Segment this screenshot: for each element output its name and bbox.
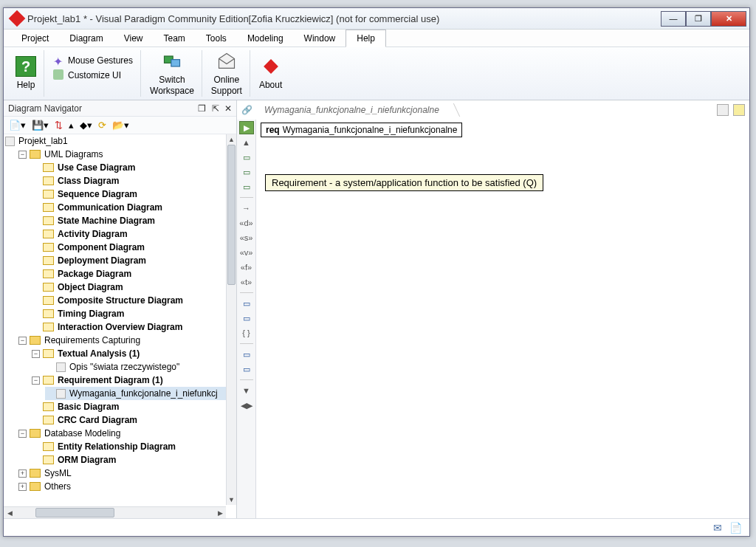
palette-f-icon[interactable]: «f»: [239, 261, 254, 274]
palette-req2-icon[interactable]: ▭: [239, 180, 254, 193]
scroll-right-icon[interactable]: ▶: [214, 507, 226, 518]
tree-item[interactable]: Object Diagram: [32, 281, 226, 294]
minimize-button[interactable]: [661, 11, 686, 27]
tree-others[interactable]: +Others: [18, 480, 226, 493]
tree-uml-diagrams[interactable]: −UML Diagrams: [18, 148, 226, 161]
expand-icon[interactable]: +: [18, 469, 27, 478]
tree-item[interactable]: Class Diagram: [32, 174, 226, 188]
menu-view[interactable]: View: [114, 30, 154, 47]
maximize-button[interactable]: [686, 11, 711, 27]
tree-requirement-diagram[interactable]: −Requirement Diagram (1): [32, 374, 226, 387]
overview-icon[interactable]: [717, 104, 729, 116]
scroll-track[interactable]: [16, 507, 214, 518]
tree-database-modeling[interactable]: −Database Modeling: [18, 427, 226, 440]
collapse-icon[interactable]: −: [32, 376, 40, 385]
tree-sysml[interactable]: +SysML: [18, 467, 226, 480]
palette-s-icon[interactable]: «s»: [239, 231, 254, 244]
menu-modeling[interactable]: Modeling: [237, 30, 294, 47]
requirement-frame[interactable]: reqWymagania_funkcjonalne_i_niefunkcjona…: [261, 123, 462, 137]
palette-t-icon[interactable]: «t»: [239, 275, 254, 289]
customize-ui-button[interactable]: Customize UI: [50, 68, 124, 83]
tree-item[interactable]: Basic Diagram: [32, 400, 226, 413]
scroll-track[interactable]: [227, 145, 236, 495]
tree-item[interactable]: Communication Diagram: [32, 201, 226, 214]
menu-team[interactable]: Team: [154, 30, 196, 47]
tree-item[interactable]: Activity Diagram: [32, 227, 226, 241]
mouse-gestures-button[interactable]: ✦ Mouse Gestures: [50, 53, 136, 68]
tree-item[interactable]: Entity Relationship Diagram: [32, 440, 226, 453]
palette-braces-icon[interactable]: { }: [239, 326, 254, 340]
scroll-thumb[interactable]: [35, 508, 115, 517]
palette-up-icon[interactable]: ▲: [239, 136, 254, 149]
nav-refresh-icon[interactable]: ⟳: [96, 118, 109, 132]
link-icon[interactable]: 🔗: [241, 105, 252, 115]
online-support-icon: [216, 51, 237, 72]
tree-item[interactable]: ORM Diagram: [32, 453, 226, 467]
tree-item[interactable]: Interaction Overview Diagram: [32, 320, 226, 334]
window-controls: [661, 11, 746, 27]
palette-arrow-icon[interactable]: →: [239, 202, 254, 215]
scroll-left-icon[interactable]: ◀: [4, 507, 16, 518]
collapse-icon[interactable]: −: [32, 350, 40, 358]
status-mail-icon[interactable]: ✉: [713, 522, 722, 534]
tree-item[interactable]: Opis "świata rzeczywistego": [45, 360, 226, 374]
navigator-hscrollbar[interactable]: ◀ ▶: [4, 506, 226, 518]
palette-down-icon[interactable]: ▼: [239, 384, 254, 397]
palette-note2-icon[interactable]: ▭: [239, 312, 254, 325]
menu-project[interactable]: Project: [11, 30, 59, 47]
tree-item[interactable]: Use Case Diagram: [32, 161, 226, 174]
note-icon[interactable]: [733, 104, 745, 116]
help-icon: ?: [16, 56, 36, 77]
switch-workspace-button[interactable]: Switch Workspace: [142, 50, 202, 97]
menu-help[interactable]: Help: [346, 30, 386, 47]
close-button[interactable]: [711, 11, 746, 27]
tree-item[interactable]: Deployment Diagram: [32, 254, 226, 267]
tree-item[interactable]: Sequence Diagram: [32, 188, 226, 201]
tree-textual-analysis[interactable]: −Textual Analysis (1): [32, 347, 226, 360]
breadcrumb-item[interactable]: Wymagania_funkcjonalne_i_niefunkcjonalne: [258, 103, 451, 117]
tree-root[interactable]: Projekt_lab1: [5, 134, 226, 148]
panel-close-icon[interactable]: ✕: [224, 103, 232, 114]
scroll-up-icon[interactable]: ▲: [227, 134, 236, 145]
palette-rect-icon[interactable]: ▭: [239, 151, 254, 164]
about-button[interactable]: About: [252, 50, 289, 97]
diagram-canvas[interactable]: reqWymagania_funkcjonalne_i_niefunkcjona…: [256, 120, 749, 518]
menu-window[interactable]: Window: [294, 30, 346, 47]
nav-save-icon[interactable]: 💾▾: [30, 118, 51, 132]
nav-open-icon[interactable]: 📂▾: [110, 118, 131, 132]
palette-req-icon[interactable]: ▭: [239, 165, 254, 179]
status-note-icon[interactable]: 📄: [729, 522, 742, 534]
tree-item[interactable]: Package Diagram: [32, 267, 226, 281]
nav-new-icon[interactable]: 📄▾: [7, 118, 28, 132]
tree-item[interactable]: State Machine Diagram: [32, 214, 226, 227]
collapse-icon[interactable]: −: [18, 430, 27, 438]
menu-diagram[interactable]: Diagram: [59, 30, 113, 47]
scroll-down-icon[interactable]: ▼: [227, 495, 236, 505]
palette-note-icon[interactable]: ▭: [239, 297, 254, 310]
tree-item[interactable]: Component Diagram: [32, 241, 226, 254]
tree-item-selected[interactable]: Wymagania_funkcjonalne_i_niefunkcj: [45, 387, 226, 400]
navigator-vscrollbar[interactable]: ▲ ▼: [226, 134, 236, 505]
nav-sort-icon[interactable]: ⇅: [52, 118, 65, 132]
tree-item[interactable]: Composite Structure Diagram: [32, 294, 226, 307]
palette-d-icon[interactable]: «d»: [239, 216, 254, 230]
palette-v-icon[interactable]: «v»: [239, 246, 254, 259]
collapse-icon[interactable]: −: [18, 337, 27, 345]
scroll-thumb[interactable]: [227, 145, 236, 285]
panel-restore-icon[interactable]: ❐: [198, 103, 206, 114]
palette-cursor-icon[interactable]: ▶: [239, 121, 254, 134]
help-button[interactable]: ? Help: [8, 50, 44, 97]
collapse-icon[interactable]: −: [18, 151, 27, 159]
tree-item[interactable]: CRC Card Diagram: [32, 413, 226, 427]
tree-item[interactable]: Timing Diagram: [32, 307, 226, 320]
palette-package2-icon[interactable]: ▭: [239, 362, 254, 376]
palette-package-icon[interactable]: ▭: [239, 348, 254, 361]
palette-hscroll-icon[interactable]: ◀▶: [239, 399, 254, 412]
nav-up-icon[interactable]: ▴: [66, 118, 76, 132]
expand-icon[interactable]: +: [18, 483, 27, 491]
tree-requirements-capturing[interactable]: −Requirements Capturing: [18, 334, 226, 347]
panel-pin-icon[interactable]: ⇱: [212, 103, 219, 114]
nav-diamond-icon[interactable]: ◆▾: [78, 118, 94, 132]
menu-tools[interactable]: Tools: [196, 30, 237, 47]
online-support-button[interactable]: Online Support: [204, 50, 250, 97]
